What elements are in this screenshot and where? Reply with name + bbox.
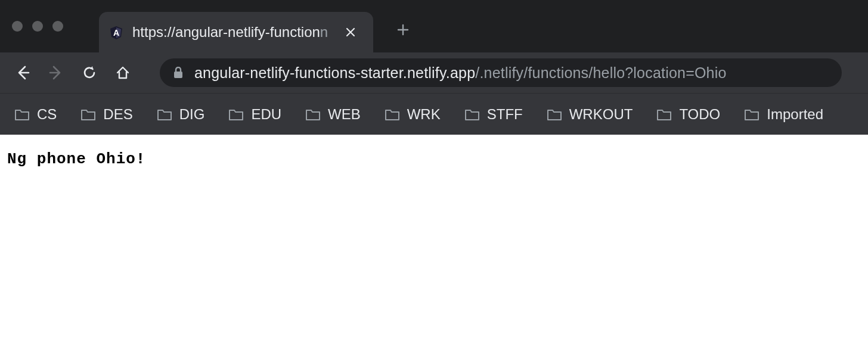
bookmark-label: WRK: [407, 106, 441, 123]
bookmark-folder[interactable]: STFF: [458, 102, 529, 126]
svg-text:A: A: [113, 28, 119, 38]
response-text: Ng phone Ohio!: [7, 150, 145, 168]
bookmark-folder[interactable]: DIG: [151, 102, 211, 126]
bookmark-folder[interactable]: WEB: [299, 102, 367, 126]
bookmark-folder[interactable]: EDU: [222, 102, 287, 126]
window-controls: [7, 21, 70, 32]
window-maximize-dot[interactable]: [52, 21, 63, 32]
tab-title: https://angular-netlify-functionn: [132, 24, 335, 41]
bookmark-folder[interactable]: CS: [8, 102, 63, 126]
folder-icon: [656, 108, 672, 121]
folder-icon: [228, 108, 244, 121]
bookmark-label: WEB: [328, 106, 361, 123]
folder-icon: [305, 108, 321, 121]
url-path: /.netlify/functions/hello?location=Ohio: [475, 64, 726, 81]
svg-rect-3: [174, 72, 182, 78]
bookmarks-bar: CS DES DIG EDU WEB WRK STFF WRKOUT: [0, 93, 868, 135]
folder-icon: [464, 108, 480, 121]
folder-icon: [80, 108, 96, 121]
home-button[interactable]: [110, 60, 136, 86]
browser-tab[interactable]: A https://angular-netlify-functionn: [99, 12, 373, 52]
tab-strip: A https://angular-netlify-functionn: [0, 0, 868, 52]
bookmark-folder[interactable]: WRK: [379, 102, 447, 126]
bookmark-folder[interactable]: Imported: [738, 102, 829, 126]
bookmark-folder[interactable]: TODO: [650, 102, 726, 126]
toolbar: angular-netlify-functions-starter.netlif…: [0, 52, 868, 93]
bookmark-label: TODO: [679, 106, 720, 123]
page-body: Ng phone Ohio!: [0, 135, 868, 184]
window-minimize-dot[interactable]: [32, 21, 43, 32]
bookmark-label: DIG: [179, 106, 205, 123]
bookmark-label: WRKOUT: [569, 106, 633, 123]
address-bar[interactable]: angular-netlify-functions-starter.netlif…: [160, 58, 842, 87]
folder-icon: [744, 108, 760, 121]
window-close-dot[interactable]: [12, 21, 23, 32]
bookmark-label: STFF: [487, 106, 523, 123]
back-button[interactable]: [10, 60, 36, 86]
bookmark-folder[interactable]: DES: [75, 102, 138, 126]
bookmark-folder[interactable]: WRKOUT: [541, 102, 639, 126]
angular-favicon-icon: A: [108, 24, 124, 40]
folder-icon: [157, 108, 172, 121]
bookmark-label: EDU: [251, 106, 281, 123]
folder-icon: [14, 108, 30, 121]
reload-button[interactable]: [76, 60, 103, 86]
bookmark-label: DES: [103, 106, 132, 123]
folder-icon: [385, 108, 400, 121]
browser-chrome: A https://angular-netlify-functionn: [0, 0, 868, 135]
folder-icon: [547, 108, 562, 121]
close-tab-icon[interactable]: [343, 25, 358, 39]
bookmark-label: Imported: [767, 106, 823, 123]
url-host: angular-netlify-functions-starter.netlif…: [194, 64, 475, 81]
bookmark-label: CS: [37, 106, 57, 123]
new-tab-button[interactable]: [391, 18, 415, 42]
url-text: angular-netlify-functions-starter.netlif…: [194, 64, 727, 82]
forward-button[interactable]: [43, 60, 69, 86]
lock-icon: [173, 67, 184, 79]
